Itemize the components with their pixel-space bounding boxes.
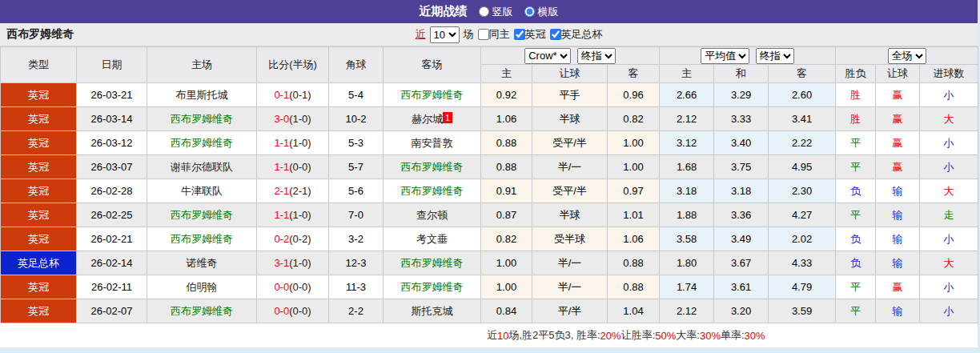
cell-avg-home: 1.68: [660, 155, 714, 179]
cell-avg-away: 4.27: [769, 203, 836, 227]
cell-handicap-result: 赢: [876, 275, 920, 299]
cell-date: 26-02-14: [77, 251, 147, 275]
cell-odds-away: 1.00: [608, 131, 660, 155]
cell-corners: 2-2: [329, 299, 384, 323]
odds-source-select[interactable]: Crow*: [524, 48, 571, 64]
cell-handicap-result: 赢: [876, 83, 920, 107]
content: 近期战绩 竖版 横版 西布罗姆维奇 近 10 场 同主: [0, 0, 978, 347]
cell-avg-home: 2.12: [660, 299, 714, 323]
cell-odds-away: 1.04: [608, 299, 660, 323]
table-row: 英冠26-02-21西布罗姆维奇0-2(0-2)3-2考文垂0.82受半球1.0…: [1, 227, 978, 251]
cell-score: 0-1(0-1): [257, 83, 329, 107]
odds-type2-select[interactable]: 终指: [756, 48, 794, 64]
cell-handicap-result: 输: [876, 203, 920, 227]
cell-home-team: 西布罗姆维奇: [147, 131, 257, 155]
cell-avg-home: 1.88: [660, 203, 714, 227]
cell-league: 英冠: [1, 203, 77, 227]
league2-input[interactable]: [550, 29, 561, 40]
league1-checkbox[interactable]: 英冠: [514, 27, 546, 42]
page: 近期战绩 竖版 横版 西布罗姆维奇 近 10 场 同主: [0, 0, 980, 353]
cell-odds-handicap: 半球: [532, 203, 608, 227]
cell-date: 26-03-21: [77, 83, 147, 107]
cell-goals-result: 走: [920, 203, 978, 227]
league1-input[interactable]: [514, 29, 525, 40]
cell-handicap-result: 输: [876, 251, 920, 275]
cell-goals-result: 大: [920, 179, 978, 203]
cell-odds-away: 0.88: [608, 275, 660, 299]
cell-goals-result: 大: [920, 107, 978, 131]
cell-score: 3-1(1-0): [257, 251, 329, 275]
summary-segment: 单率:: [721, 328, 745, 343]
cell-date: 26-02-21: [77, 227, 147, 251]
cell-odds-handicap: 受平/半: [532, 179, 608, 203]
scope-select[interactable]: 全场: [888, 48, 926, 64]
radio-vertical-label: 竖版: [492, 5, 513, 19]
same-home-checkbox[interactable]: 同主: [478, 27, 510, 42]
cell-away-team: 西布罗姆维奇: [384, 83, 481, 107]
cell-odds-home: 0.92: [481, 83, 532, 107]
cell-home-team: 西布罗姆维奇: [147, 227, 257, 251]
cell-odds-home: 0.88: [481, 155, 532, 179]
cell-avg-away: 2.60: [769, 83, 836, 107]
cell-odds-handicap: 受半球: [532, 227, 608, 251]
radio-horizontal-layout[interactable]: 横版: [524, 5, 559, 19]
header-cell-sub: 让球: [532, 65, 608, 83]
header-cell-main: 主场: [147, 47, 257, 83]
cell-outcome: 平: [836, 299, 876, 323]
cell-home-team: 牛津联队: [147, 179, 257, 203]
games-label: 场: [464, 27, 474, 42]
header-cell-main: 客场: [384, 47, 481, 83]
cell-away-team: 查尔顿: [384, 203, 481, 227]
cell-score: 0-2(0-2): [257, 227, 329, 251]
radio-horizontal-input[interactable]: [524, 6, 535, 17]
header-cell-main: 角球: [329, 47, 384, 83]
cell-corners: 11-3: [329, 275, 384, 299]
cell-away-team: 西布罗姆维奇: [384, 179, 481, 203]
header-cell-main: 比分(半场): [257, 47, 329, 83]
near-link[interactable]: 近: [416, 27, 426, 42]
cell-league: 英冠: [1, 155, 77, 179]
cell-odds-away: 0.82: [608, 107, 660, 131]
cell-handicap-result: 赢: [876, 131, 920, 155]
cell-home-team: 西布罗姆维奇: [147, 107, 257, 131]
same-home-input[interactable]: [478, 29, 489, 40]
cell-league: 英冠: [1, 275, 77, 299]
cell-outcome: 平: [836, 155, 876, 179]
recent-count-select[interactable]: 10: [430, 26, 460, 43]
cell-avg-draw: 3.67: [714, 251, 769, 275]
summary-segment: 30%: [745, 330, 765, 342]
cell-corners: 10-2: [329, 107, 384, 131]
avg-select[interactable]: 平均值: [701, 48, 749, 64]
cell-odds-away: 0.97: [608, 179, 660, 203]
table-row: 英冠26-03-21布里斯托城0-1(0-1)5-4西布罗姆维奇0.92平手0.…: [1, 83, 978, 107]
cell-handicap-result: 输: [876, 299, 920, 323]
cell-avg-home: 2.12: [660, 107, 714, 131]
cell-corners: 5-4: [329, 83, 384, 107]
cell-outcome: 平: [836, 203, 876, 227]
summary-segment: 近: [487, 328, 497, 343]
radio-vertical-layout[interactable]: 竖版: [479, 5, 513, 19]
cell-odds-handicap: 半/一: [532, 275, 608, 299]
cell-outcome: 胜: [836, 107, 876, 131]
radio-vertical-input[interactable]: [479, 6, 489, 17]
cell-odds-handicap: 半/一: [532, 155, 608, 179]
cell-date: 26-03-14: [77, 107, 147, 131]
cell-date: 26-02-11: [77, 275, 147, 299]
cell-avg-draw: 3.40: [714, 131, 769, 155]
cell-avg-home: 1.74: [660, 275, 714, 299]
cell-odds-home: 0.84: [481, 299, 532, 323]
cell-handicap-result: 输: [876, 179, 920, 203]
cell-odds-home: 1.00: [481, 275, 532, 299]
cell-league: 英足总杯: [1, 251, 77, 275]
summary-segment: 大率:: [676, 328, 700, 343]
cell-goals-result: 小: [920, 83, 978, 107]
cell-odds-home: 0.87: [481, 203, 532, 227]
cell-score: 0-0(0-0): [257, 275, 329, 299]
odds-type1-select[interactable]: 终指: [577, 48, 616, 64]
cell-league: 英冠: [1, 83, 77, 107]
cell-score: 2-1(2-1): [257, 179, 329, 203]
cell-avg-away: 4.95: [769, 155, 836, 179]
cell-away-team: 考文垂: [384, 227, 481, 251]
cell-outcome: 平: [836, 131, 876, 155]
league2-checkbox[interactable]: 英足总杯: [550, 27, 603, 42]
